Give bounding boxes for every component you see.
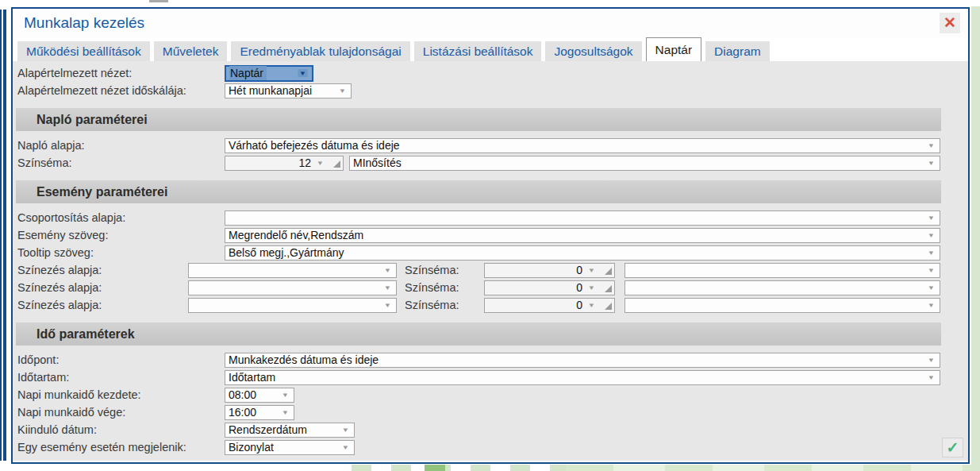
egy-esemeny-combobox[interactable]: Bizonylat ▼ bbox=[225, 440, 355, 455]
naplo-szinsema-spinner[interactable]: 12 ▼ bbox=[225, 156, 344, 171]
tooltip-szoveg-combobox[interactable]: Belső megj.,Gyártmány ▼ bbox=[225, 245, 940, 261]
szinsema-spinner-3[interactable]: 0 ▼ bbox=[484, 298, 615, 313]
tab-content-naptar: Alapértelmezett nézet: Naptár ▼ Alapérte… bbox=[13, 61, 968, 461]
chevron-down-icon: ▼ bbox=[588, 284, 595, 291]
szinezes-alapja-label: Színezés alapja: bbox=[17, 264, 188, 276]
chevron-down-icon: ▼ bbox=[342, 427, 349, 433]
chevron-down-icon: ▼ bbox=[928, 142, 935, 149]
background-window-edge bbox=[0, 10, 6, 461]
form-row: Tooltip szöveg: Belső megj.,Gyártmány ▼ bbox=[13, 244, 968, 261]
tab-jogosultsagok[interactable]: Jogosultságok bbox=[545, 41, 641, 61]
naplo-alapja-label: Napló alapja: bbox=[17, 139, 225, 152]
szinezes-alapja-label: Színezés alapja: bbox=[17, 281, 188, 294]
naplo-szinsema-label: Színséma: bbox=[17, 156, 225, 169]
munkaido-kezdete-label: Napi munkaidő kezdete: bbox=[17, 388, 225, 401]
form-row: Kiinduló dátum: Rendszerdátum ▼ bbox=[13, 421, 968, 438]
confirm-check-icon[interactable]: ✓ bbox=[942, 438, 963, 457]
close-icon[interactable]: ✕ bbox=[940, 13, 960, 33]
form-row: Időtartam: Időtartam ▼ bbox=[13, 369, 968, 386]
esemeny-szoveg-combobox[interactable]: Megrendelő név,Rendszám ▼ bbox=[225, 228, 940, 243]
form-row: Egy esemény esetén megjelenik: Bizonylat… bbox=[13, 438, 968, 456]
chevron-down-icon: ▼ bbox=[928, 160, 935, 166]
szinezes-row: Színezés alapja: ▼ Színséma: 0 ▼ ▼ bbox=[13, 261, 968, 279]
tab-eredmenyablak-tulajdonsagai[interactable]: Eredményablak tulajdonságai bbox=[231, 41, 409, 61]
chevron-down-icon: ▼ bbox=[384, 302, 391, 308]
szinsema-scheme-combobox-1[interactable]: ▼ bbox=[625, 263, 940, 278]
tab-mukodesi-beallitasok[interactable]: Működési beállítások bbox=[17, 41, 150, 61]
szinsema-spinner-2[interactable]: 0 ▼ bbox=[484, 280, 615, 295]
tab-diagram[interactable]: Diagram bbox=[705, 41, 770, 61]
szinsema-spinner-1[interactable]: 0 ▼ bbox=[484, 263, 615, 278]
egy-esemeny-label: Egy esemény esetén megjelenik: bbox=[17, 441, 225, 454]
chevron-down-icon: ▼ bbox=[928, 302, 935, 308]
szinezes-alapja-combobox-2[interactable]: ▼ bbox=[188, 280, 397, 295]
szinezes-alapja-label: Színezés alapja: bbox=[17, 299, 188, 311]
chevron-down-icon: ▼ bbox=[588, 302, 595, 308]
form-row: Napi munkaidő vége: 16:00 ▼ bbox=[13, 403, 968, 421]
dialog-window: Munkalap kezelés ✕ Működési beállítások … bbox=[11, 7, 970, 464]
spinner-corner-icon bbox=[333, 160, 340, 168]
page-title: Munkalap kezelés bbox=[13, 14, 144, 32]
timescale-combobox[interactable]: Hét munkanapjai ▼ bbox=[225, 83, 352, 98]
tab-naptar[interactable]: Naptár bbox=[646, 37, 702, 61]
chevron-down-icon: ▼ bbox=[282, 392, 289, 398]
szinsema-scheme-combobox-2[interactable]: ▼ bbox=[625, 280, 940, 295]
szinsema-label: Színséma: bbox=[405, 299, 484, 311]
timescale-label: Alapértelmezett nézet időskálája: bbox=[17, 84, 225, 97]
szinezes-row: Színezés alapja: ▼ Színséma: 0 ▼ ▼ bbox=[13, 279, 968, 296]
szinezes-row: Színezés alapja: ▼ Színséma: 0 ▼ ▼ bbox=[13, 296, 968, 314]
tab-muveletek[interactable]: Műveletek bbox=[154, 41, 228, 61]
naplo-szinsema-scheme-combobox[interactable]: MInősítés ▼ bbox=[349, 156, 940, 171]
form-row: Alapértelmezett nézet: Naptár ▼ bbox=[13, 64, 968, 82]
kiindulo-datum-label: Kiinduló dátum: bbox=[17, 423, 225, 436]
form-row: Csoportosítás alapja: ▼ bbox=[13, 209, 968, 226]
chevron-down-icon: ▼ bbox=[298, 69, 307, 77]
idotartam-label: Időtartam: bbox=[17, 371, 225, 384]
spinner-corner-icon bbox=[605, 303, 612, 310]
szinsema-label: Színséma: bbox=[405, 264, 484, 276]
background-calendar-strip bbox=[971, 6, 980, 471]
form-row: Napló alapja: Várható befejezés dátuma é… bbox=[13, 137, 968, 154]
form-row: Esemény szöveg: Megrendelő név,Rendszám … bbox=[13, 226, 968, 244]
section-header-naplo: Napló paraméterei bbox=[16, 108, 941, 131]
idotartam-combobox[interactable]: Időtartam ▼ bbox=[225, 370, 940, 385]
page-background: Munkalap kezelés ✕ Működési beállítások … bbox=[0, 0, 980, 471]
idopont-label: Időpont: bbox=[17, 353, 225, 366]
kiindulo-datum-combobox[interactable]: Rendszerdátum ▼ bbox=[225, 423, 355, 438]
background-calendar-strip bbox=[566, 465, 971, 471]
chevron-down-icon: ▼ bbox=[317, 160, 324, 166]
esemeny-szoveg-label: Esemény szöveg: bbox=[17, 229, 225, 241]
section-header-esemeny: Esemény paraméterei bbox=[16, 180, 941, 203]
szinsema-label: Színséma: bbox=[405, 281, 484, 294]
szinezes-alapja-combobox-1[interactable]: ▼ bbox=[188, 263, 397, 278]
chevron-down-icon: ▼ bbox=[928, 374, 935, 380]
munkaido-vege-combobox[interactable]: 16:00 ▼ bbox=[225, 405, 294, 420]
idopont-combobox[interactable]: Munkakezdés dátuma és ideje ▼ bbox=[225, 353, 940, 368]
naplo-alapja-combobox[interactable]: Várható befejezés dátuma és ideje ▼ bbox=[225, 138, 940, 153]
form-row: Alapértelmezett nézet időskálája: Hét mu… bbox=[13, 82, 968, 99]
tab-listazasi-beallitasok[interactable]: Listázási beállítások bbox=[414, 41, 542, 61]
chevron-down-icon: ▼ bbox=[384, 267, 391, 273]
csoportositas-label: Csoportosítás alapja: bbox=[17, 211, 225, 224]
chevron-down-icon: ▼ bbox=[928, 284, 935, 291]
background-artifact bbox=[149, 0, 168, 2]
background-calendar-block bbox=[425, 465, 445, 471]
titlebar: Munkalap kezelés ✕ bbox=[13, 9, 968, 37]
section-header-ido: Idő paraméterek bbox=[16, 322, 941, 346]
default-view-label: Alapértelmezett nézet: bbox=[17, 67, 225, 79]
tooltip-szoveg-label: Tooltip szöveg: bbox=[17, 246, 225, 259]
chevron-down-icon: ▼ bbox=[928, 249, 935, 256]
form-row: Időpont: Munkakezdés dátuma és ideje ▼ bbox=[13, 351, 968, 369]
chevron-down-icon: ▼ bbox=[339, 87, 346, 94]
szinsema-scheme-combobox-3[interactable]: ▼ bbox=[625, 298, 940, 313]
default-view-combobox[interactable]: Naptár ▼ bbox=[225, 65, 313, 82]
chevron-down-icon: ▼ bbox=[282, 409, 289, 415]
szinezes-alapja-combobox-3[interactable]: ▼ bbox=[188, 298, 397, 313]
form-row: Napi munkaidő kezdete: 08:00 ▼ bbox=[13, 386, 968, 403]
chevron-down-icon: ▼ bbox=[928, 357, 935, 363]
csoportositas-combobox[interactable]: ▼ bbox=[225, 210, 940, 226]
munkaido-kezdete-combobox[interactable]: 08:00 ▼ bbox=[225, 388, 294, 403]
tab-bar: Működési beállítások Műveletek Eredménya… bbox=[13, 37, 968, 61]
chevron-down-icon: ▼ bbox=[928, 267, 935, 273]
spinner-corner-icon bbox=[605, 285, 612, 292]
